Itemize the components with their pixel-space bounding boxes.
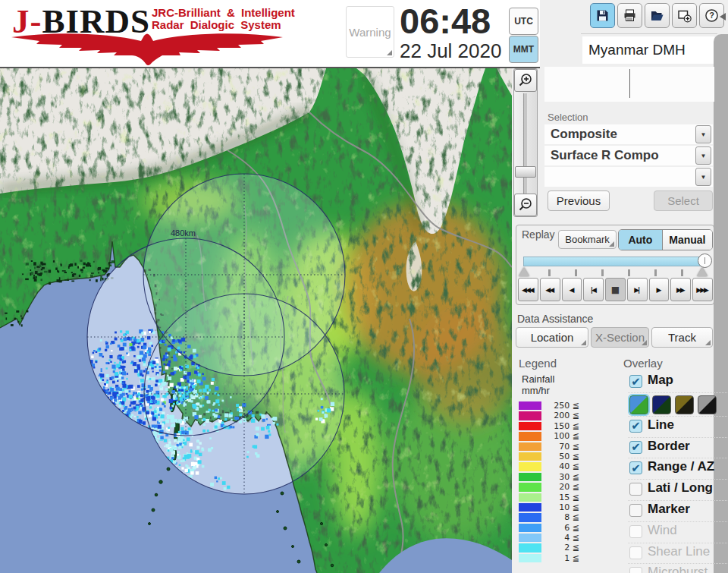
save-button[interactable] [590,3,615,28]
legend-value: 150 ≦ [543,421,579,431]
select-button[interactable]: Select [654,190,713,211]
auto-button[interactable]: Auto [619,230,663,250]
toolbar-divider [581,33,717,34]
map-style-terrain-gray[interactable] [698,395,717,414]
dropdown-extra[interactable]: ▼ [544,167,713,187]
play-reverse-button[interactable]: ◀ [562,278,582,301]
legend-swatch [519,524,541,532]
dropdown-composite[interactable]: Composite ▼ [544,124,713,144]
map-style-terrain-color[interactable] [629,395,648,414]
map-style-terrain-dark[interactable] [652,395,671,414]
legend-swatch [519,432,541,440]
stop-icon: ■ [611,285,618,295]
map-zoom-control [513,68,538,217]
replay-mode-toggle: Auto Manual [618,229,713,250]
play-button[interactable]: ▶ [649,278,670,301]
replay-slider-track[interactable] [523,257,709,266]
corner-arrow-icon [705,340,711,345]
chevron-down-icon[interactable]: ▼ [695,125,711,143]
dropdown-product-value: Surface R Compo [544,148,695,163]
overlay-label: Shear Line [648,544,710,559]
panel-collapse-icon[interactable] [720,13,726,20]
rewind-icon: ◀◀ [545,286,553,294]
legend-swatch [519,442,541,451]
slider-start-marker[interactable] [519,267,529,276]
slider-tick [575,269,577,276]
x-section-label: X-Section [595,331,645,344]
zoom-in-button[interactable] [514,69,537,92]
legend-suffix: ≦ [573,442,579,452]
slider-end-marker[interactable] [697,267,708,276]
previous-button[interactable]: Previous [548,190,610,211]
fast-rewind-button[interactable]: ◀◀◀ [518,278,538,301]
overlay-label: Border [648,439,690,454]
save-icon [595,8,610,23]
play-icon: ▶ [657,286,661,294]
legend-swatch [519,493,541,502]
print-button[interactable] [617,3,642,28]
legend-swatch [519,401,541,410]
legend-value: 2 ≦ [543,543,579,553]
location-button[interactable]: Location [516,327,588,348]
checkbox-shear-line [629,546,642,559]
station-name: Myanmar DMH [582,42,686,58]
checkbox-line[interactable]: ✔ [629,420,642,433]
zoom-slider-thumb[interactable] [515,166,536,178]
checkbox-lati-long[interactable] [629,483,642,496]
legend-value: 70 ≦ [543,442,579,452]
location-label: Location [531,331,574,344]
legend-value: 4 ≦ [543,533,579,543]
warning-button[interactable]: Warning [346,6,394,58]
skip-forward-icon: ▶▶▶ [696,286,708,294]
legend-suffix: ≦ [573,482,579,492]
legend-swatch [519,543,541,552]
map-style-terrain-olive[interactable] [675,395,694,414]
fast-forward-icon: ▶▶ [676,286,684,294]
legend-value: 10 ≦ [543,502,579,512]
bookmark-button[interactable]: Bookmark [558,230,617,249]
play-reverse-icon: ◀ [569,286,573,294]
skip-forward-button[interactable]: ▶▶▶ [692,278,713,301]
chevron-down-icon[interactable]: ▼ [695,168,711,186]
checkbox-microburst [629,567,642,573]
station-field[interactable]: Myanmar DMH [582,36,714,64]
overlay-label: Map [648,373,673,388]
replay-slider-thumb[interactable] [698,253,712,268]
header: J-BIRDS JRC-Brilliant & Intelligent Rada… [0,0,540,67]
chevron-down-icon[interactable]: ▼ [695,146,711,165]
dropdown-composite-value: Composite [544,127,695,142]
checkbox-range-az[interactable]: ✔ [629,461,642,474]
stop-button[interactable]: ■ [605,278,626,301]
map-canvas: 480km [0,68,512,573]
overlay-row-line: ✔Line [628,417,727,438]
utc-button[interactable]: UTC [509,8,538,35]
previous-label: Previous [557,194,601,207]
screenshot-add-button[interactable] [672,3,697,28]
checkbox-border[interactable]: ✔ [629,441,642,454]
radar-map[interactable]: 480km [0,67,512,573]
track-button[interactable]: Track [651,327,713,348]
rewind-button[interactable]: ◀◀ [540,278,560,301]
toolbar: ? [590,3,724,28]
mmt-button[interactable]: MMT [509,36,538,63]
overlay-label: Wind [648,523,677,538]
logo-subtitle-line1: JRC-Brilliant & Intelligent [152,7,295,19]
x-section-button[interactable]: X-Section [591,327,649,348]
fast-forward-button[interactable]: ▶▶ [670,278,691,301]
legend-value: 15 ≦ [543,493,579,502]
step-back-button[interactable]: |◀ [583,278,604,301]
checkbox-map[interactable]: ✔ [629,375,642,388]
zoom-out-button[interactable] [514,194,537,216]
open-folder-button[interactable] [645,3,670,28]
overlay-row-lati-long: Lati / Long [628,480,727,501]
checkbox-marker[interactable] [629,504,642,517]
manual-button[interactable]: Manual [663,230,712,250]
overlay-row-shear-line: Shear Line [628,543,727,565]
legend-swatch [519,422,541,430]
legend-suffix: ≦ [573,523,579,533]
dropdown-product[interactable]: Surface R Compo ▼ [544,146,713,165]
thumb-grip [704,257,705,264]
step-forward-button[interactable]: ▶| [627,278,648,301]
legend-value: 100 ≦ [543,431,579,441]
legend-title: Legend [519,357,557,370]
